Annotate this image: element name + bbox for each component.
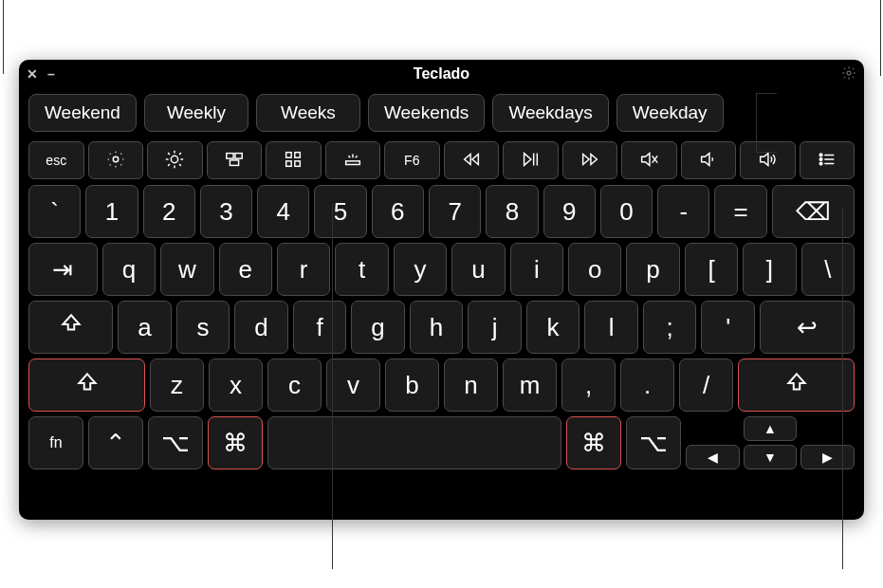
key-1[interactable]: 1 bbox=[85, 185, 138, 238]
key-0[interactable]: 0 bbox=[600, 185, 653, 238]
brightness-down-key[interactable] bbox=[88, 141, 144, 179]
arrow-up-key[interactable]: ▲ bbox=[744, 416, 797, 441]
mute-icon bbox=[638, 149, 659, 173]
key-3[interactable]: 3 bbox=[200, 185, 252, 238]
key-comma[interactable]: , bbox=[561, 358, 616, 412]
key-t[interactable]: t bbox=[335, 243, 388, 296]
key-7[interactable]: 7 bbox=[429, 185, 481, 238]
fn-key[interactable]: fn bbox=[28, 416, 83, 469]
key-equals[interactable]: = bbox=[714, 185, 766, 238]
key-backtick[interactable]: ` bbox=[28, 185, 81, 238]
capslock-key[interactable] bbox=[28, 301, 113, 354]
shift-left-key[interactable] bbox=[28, 358, 145, 412]
command-left-key[interactable]: ⌘ bbox=[208, 416, 263, 469]
launchpad-key[interactable] bbox=[266, 141, 322, 179]
spacebar-key[interactable] bbox=[267, 416, 561, 469]
arrow-left-key[interactable]: ◀ bbox=[686, 445, 740, 469]
key-quote[interactable]: ' bbox=[701, 301, 755, 354]
key-o[interactable]: o bbox=[568, 243, 621, 296]
suggestion-item[interactable]: Weekdays bbox=[492, 94, 608, 132]
svg-point-2 bbox=[172, 156, 178, 162]
play-pause-key[interactable] bbox=[503, 141, 559, 179]
control-key[interactable]: ⌃ bbox=[88, 416, 143, 469]
suggestion-item[interactable]: Weeks bbox=[256, 94, 360, 132]
command-right-key[interactable]: ⌘ bbox=[566, 416, 621, 469]
key-g[interactable]: g bbox=[351, 301, 405, 354]
key-k[interactable]: k bbox=[526, 301, 580, 354]
callout-line bbox=[3, 0, 4, 74]
key-u[interactable]: u bbox=[451, 243, 505, 296]
f6-key[interactable]: F6 bbox=[384, 141, 440, 179]
key-w[interactable]: w bbox=[160, 243, 213, 296]
key-e[interactable]: e bbox=[219, 243, 272, 296]
arrow-right-key[interactable]: ▶ bbox=[800, 445, 855, 469]
option-right-key[interactable]: ⌥ bbox=[626, 416, 681, 469]
key-4[interactable]: 4 bbox=[257, 185, 309, 238]
key-h[interactable]: h bbox=[410, 301, 464, 354]
svg-point-12 bbox=[819, 157, 822, 160]
key-n[interactable]: n bbox=[444, 358, 498, 412]
modifier-row: fn ⌃ ⌥ ⌘ ⌘ ⌥ ▲ ◀ ▼ ▶ bbox=[28, 416, 855, 469]
suggestion-item[interactable]: Weekly bbox=[144, 94, 248, 132]
key-slash[interactable]: / bbox=[679, 358, 733, 412]
suggestion-item[interactable]: Weekend bbox=[28, 94, 137, 132]
callout-line bbox=[756, 93, 757, 153]
list-menu-key[interactable] bbox=[800, 141, 855, 179]
key-semicolon[interactable]: ; bbox=[643, 301, 697, 354]
suggestion-item[interactable]: Weekends bbox=[368, 94, 485, 132]
key-x[interactable]: x bbox=[209, 358, 263, 412]
gear-icon[interactable] bbox=[841, 68, 856, 83]
key-6[interactable]: 6 bbox=[372, 185, 424, 238]
key-backslash[interactable]: \ bbox=[801, 243, 855, 296]
esc-key[interactable]: esc bbox=[28, 141, 84, 179]
close-icon[interactable]: ✕ bbox=[27, 65, 38, 83]
key-minus[interactable]: - bbox=[657, 185, 709, 238]
key-m[interactable]: m bbox=[503, 358, 557, 412]
shift-right-key[interactable] bbox=[738, 358, 855, 412]
svg-rect-5 bbox=[230, 159, 238, 165]
arrow-down-key[interactable]: ▼ bbox=[744, 445, 798, 469]
shift-icon bbox=[784, 370, 809, 401]
key-a[interactable]: a bbox=[118, 301, 172, 354]
key-l[interactable]: l bbox=[584, 301, 638, 354]
callout-line bbox=[332, 204, 333, 569]
function-row: esc F6 bbox=[19, 138, 864, 185]
volume-up-key[interactable] bbox=[740, 141, 796, 179]
return-key[interactable]: ↩ bbox=[760, 301, 855, 354]
rewind-icon bbox=[461, 149, 482, 173]
key-period[interactable]: . bbox=[620, 358, 674, 412]
key-d[interactable]: d bbox=[234, 301, 288, 354]
key-bracket-left[interactable]: [ bbox=[685, 243, 738, 296]
key-z[interactable]: z bbox=[150, 358, 204, 412]
key-s[interactable]: s bbox=[176, 301, 230, 354]
mute-key[interactable] bbox=[621, 141, 677, 179]
key-q[interactable]: q bbox=[102, 243, 156, 296]
key-r[interactable]: r bbox=[277, 243, 330, 296]
key-b[interactable]: b bbox=[385, 358, 439, 412]
keyboard-brightness-key[interactable] bbox=[325, 141, 381, 179]
key-j[interactable]: j bbox=[468, 301, 522, 354]
key-f[interactable]: f bbox=[293, 301, 347, 354]
brightness-up-key[interactable] bbox=[147, 141, 203, 179]
key-8[interactable]: 8 bbox=[486, 185, 538, 238]
suggestion-item[interactable]: Weekday bbox=[616, 94, 724, 132]
volume-down-key[interactable] bbox=[681, 141, 737, 179]
key-p[interactable]: p bbox=[626, 243, 679, 296]
key-5[interactable]: 5 bbox=[314, 185, 366, 238]
key-bracket-right[interactable]: ] bbox=[743, 243, 796, 296]
svg-rect-6 bbox=[286, 152, 292, 157]
key-9[interactable]: 9 bbox=[543, 185, 596, 238]
key-2[interactable]: 2 bbox=[143, 185, 195, 238]
svg-rect-7 bbox=[295, 152, 301, 157]
key-c[interactable]: c bbox=[267, 358, 322, 412]
mission-control-key[interactable] bbox=[207, 141, 263, 179]
key-i[interactable]: i bbox=[510, 243, 563, 296]
arrow-cluster: ▲ ◀ ▼ ▶ bbox=[686, 416, 855, 469]
key-y[interactable]: y bbox=[394, 243, 447, 296]
minimize-icon[interactable]: – bbox=[47, 65, 55, 83]
rewind-key[interactable] bbox=[444, 141, 500, 179]
key-v[interactable]: v bbox=[326, 358, 380, 412]
tab-key[interactable]: ⇥ bbox=[28, 243, 98, 296]
option-left-key[interactable]: ⌥ bbox=[148, 416, 203, 469]
forward-key[interactable] bbox=[562, 141, 618, 179]
